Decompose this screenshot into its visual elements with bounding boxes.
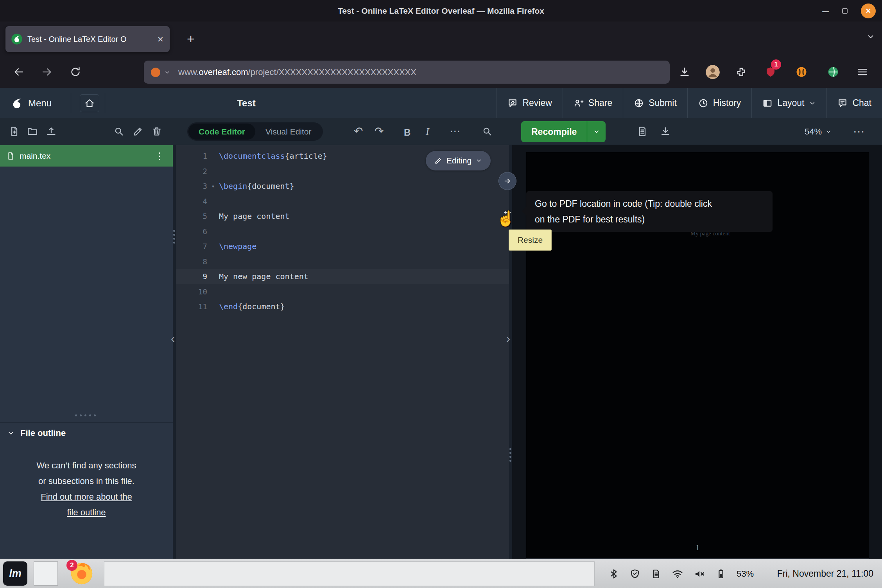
pencil-icon bbox=[434, 157, 442, 165]
wifi-icon[interactable] bbox=[672, 568, 683, 580]
file-outline-link[interactable]: Find out more about the file outline bbox=[0, 489, 173, 520]
tab-close-icon[interactable]: × bbox=[157, 33, 164, 45]
taskbar-clock[interactable]: Fri, November 21, 11:00 bbox=[777, 559, 873, 588]
back-icon[interactable] bbox=[13, 66, 25, 78]
recompile-button-group: Recompile bbox=[521, 121, 606, 142]
code-editor-pane[interactable]: 1\documentclass{article}23▾\begin{docume… bbox=[176, 145, 509, 559]
new-file-icon[interactable] bbox=[9, 126, 20, 137]
code-line[interactable]: 10 bbox=[176, 284, 509, 299]
new-tab-button[interactable]: + bbox=[181, 29, 201, 49]
delete-trash-icon[interactable] bbox=[151, 126, 162, 137]
find-file-icon[interactable] bbox=[113, 126, 124, 137]
visual-editor-tab[interactable]: Visual Editor bbox=[255, 124, 322, 140]
file-outline-header[interactable]: File outline bbox=[0, 422, 173, 443]
recompile-button[interactable]: Recompile bbox=[521, 121, 587, 142]
file-name: main.tex bbox=[20, 151, 50, 161]
pdf-page-number: 1 bbox=[526, 544, 869, 552]
outline-resize-handle[interactable] bbox=[75, 414, 96, 416]
notifications-icon[interactable] bbox=[651, 568, 662, 579]
forward-icon[interactable] bbox=[41, 66, 53, 78]
redo-icon[interactable]: ↷ bbox=[375, 124, 384, 139]
review-button[interactable]: Review bbox=[497, 88, 562, 118]
chat-label: Chat bbox=[852, 98, 871, 108]
line-number: 10 bbox=[176, 287, 207, 296]
pdf-zoom-dropdown[interactable]: 54% bbox=[805, 118, 832, 145]
app-launcher-button[interactable]: lm bbox=[3, 561, 27, 586]
recompile-options-chevron[interactable] bbox=[587, 121, 606, 142]
site-identity-icon[interactable] bbox=[151, 68, 160, 77]
sync-to-pdf-button[interactable] bbox=[498, 172, 516, 190]
extensions-icon[interactable] bbox=[735, 66, 747, 78]
url-bar[interactable]: www.overleaf.com/project/XXXXXXXXXXXXXXX… bbox=[144, 61, 670, 84]
file-menu-kebab-icon[interactable]: ⋮ bbox=[152, 151, 167, 161]
expand-pdf-chevron[interactable]: › bbox=[506, 332, 510, 345]
divider-drag-dots[interactable] bbox=[173, 230, 175, 244]
pdf-overflow-icon[interactable]: ⋯ bbox=[853, 124, 865, 139]
layout-button[interactable]: Layout bbox=[751, 88, 826, 118]
code-line[interactable]: 8 bbox=[176, 254, 509, 269]
arrow-right-icon bbox=[503, 177, 512, 185]
chevron-down-icon bbox=[7, 429, 15, 437]
list-tabs-chevron-icon[interactable] bbox=[866, 32, 875, 41]
downloads-icon[interactable] bbox=[679, 66, 690, 78]
sidebar-editor-divider[interactable] bbox=[173, 145, 176, 559]
main-content: main.tex ⋮ File outline We can’t find an… bbox=[0, 145, 882, 559]
code-line[interactable]: 5My page content bbox=[176, 209, 509, 224]
editing-mode-dropdown[interactable]: Editing bbox=[426, 151, 491, 170]
divider-drag-dots[interactable] bbox=[509, 448, 511, 462]
battery-icon[interactable] bbox=[715, 568, 726, 579]
compile-log-icon[interactable] bbox=[637, 126, 648, 137]
show-desktop-button[interactable] bbox=[34, 561, 58, 586]
header-actions: Review Share Submit History Layout C bbox=[497, 88, 882, 118]
code-editor-tab[interactable]: Code Editor bbox=[188, 124, 255, 140]
globe-addon-icon[interactable] bbox=[827, 66, 839, 79]
project-title: Test bbox=[237, 88, 256, 118]
menu-button[interactable]: Menu bbox=[10, 88, 52, 118]
window-list-area[interactable] bbox=[104, 561, 595, 586]
volume-muted-icon[interactable] bbox=[694, 568, 705, 580]
chevron-down-icon bbox=[809, 100, 816, 107]
system-tray: 53% bbox=[608, 559, 754, 588]
bluetooth-icon[interactable] bbox=[608, 568, 619, 579]
home-button[interactable] bbox=[80, 94, 99, 112]
download-pdf-icon[interactable] bbox=[660, 126, 671, 137]
code-line[interactable]: 7\newpage bbox=[176, 239, 509, 254]
close-button[interactable]: × bbox=[861, 4, 876, 18]
undo-icon[interactable]: ↶ bbox=[354, 124, 363, 139]
new-folder-icon[interactable] bbox=[27, 126, 38, 137]
history-button[interactable]: History bbox=[687, 88, 752, 118]
code-line[interactable]: 9My new page content bbox=[176, 269, 509, 284]
hamburger-menu-icon[interactable] bbox=[857, 66, 868, 78]
reload-icon[interactable] bbox=[70, 66, 81, 78]
browser-tab[interactable]: Test - Online LaTeX Editor O × bbox=[5, 26, 170, 52]
submit-button[interactable]: Submit bbox=[623, 88, 687, 118]
maximize-button[interactable] bbox=[841, 7, 848, 14]
layout-icon bbox=[762, 98, 773, 108]
overleaf-header: Menu Test Review Share Submit History bbox=[0, 88, 882, 118]
collapse-sidebar-chevron[interactable]: ‹ bbox=[171, 332, 175, 345]
privacy-badger-addon-icon[interactable] bbox=[796, 66, 807, 79]
identity-chevron-icon[interactable] bbox=[164, 69, 170, 75]
bold-button[interactable]: B bbox=[404, 125, 411, 140]
os-taskbar: lm 2 53% Fr bbox=[0, 559, 882, 588]
code-line[interactable]: 4 bbox=[176, 194, 509, 209]
line-number: 4 bbox=[176, 197, 207, 206]
code-line[interactable]: 3▾\begin{document} bbox=[176, 179, 509, 194]
account-avatar[interactable] bbox=[706, 65, 720, 81]
submit-globe-icon bbox=[634, 98, 644, 108]
file-tree-item-main-tex[interactable]: main.tex ⋮ bbox=[0, 145, 173, 167]
security-shield-icon[interactable] bbox=[629, 568, 640, 579]
italic-button[interactable]: I bbox=[426, 124, 429, 139]
format-overflow-icon[interactable]: ⋯ bbox=[450, 124, 461, 139]
code-line[interactable]: 11\end{document} bbox=[176, 299, 509, 314]
search-icon[interactable] bbox=[482, 126, 493, 137]
fold-caret-icon[interactable]: ▾ bbox=[207, 183, 219, 189]
code-line[interactable]: 6 bbox=[176, 224, 509, 239]
code-text: \begin{document} bbox=[219, 181, 294, 191]
upload-icon[interactable] bbox=[46, 126, 57, 137]
rename-pencil-icon[interactable] bbox=[133, 126, 143, 137]
share-button[interactable]: Share bbox=[563, 88, 623, 118]
line-number: 2 bbox=[176, 167, 207, 176]
chat-button[interactable]: Chat bbox=[826, 88, 882, 118]
minimize-button[interactable]: – bbox=[822, 5, 829, 17]
